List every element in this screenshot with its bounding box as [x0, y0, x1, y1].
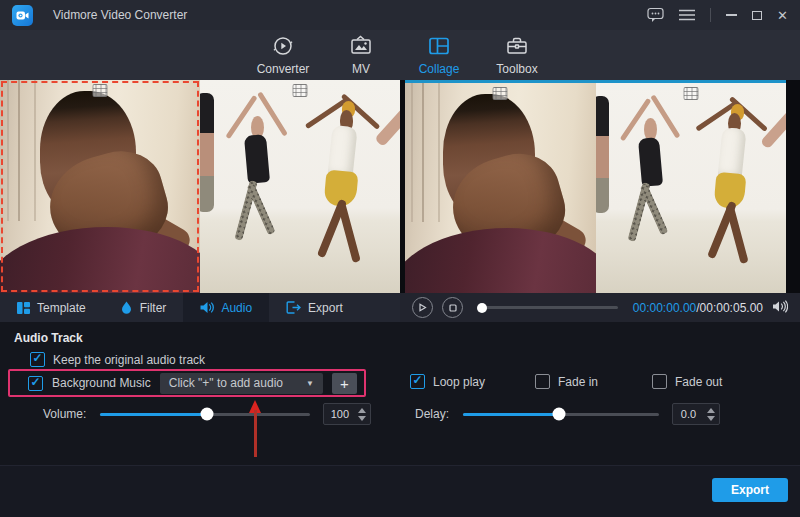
volume-label: Volume:: [43, 407, 86, 421]
playback-slider[interactable]: [478, 306, 618, 309]
export-icon: [286, 301, 301, 314]
audio-track-panel: Audio Track ✓ Keep the original audio tr…: [0, 322, 800, 465]
spinner-down-icon[interactable]: [707, 416, 715, 421]
loop-play-checkbox[interactable]: ✓: [410, 374, 425, 389]
subtab-label: Filter: [140, 301, 167, 315]
fade-in-label: Fade in: [558, 375, 598, 389]
keep-original-checkbox[interactable]: ✓: [30, 352, 45, 367]
fade-in-checkbox[interactable]: ✓: [535, 374, 550, 389]
volume-slider-knob[interactable]: [201, 408, 214, 421]
check-icon: ✓: [30, 376, 40, 388]
delay-slider[interactable]: [463, 413, 659, 416]
titlebar-divider: [710, 8, 711, 22]
spinner-up-icon[interactable]: [707, 408, 715, 413]
background-music-label: Background Music: [52, 376, 151, 390]
play-button[interactable]: [412, 297, 433, 318]
export-button[interactable]: Export: [712, 478, 788, 502]
tab-toolbox[interactable]: Toolbox: [478, 30, 556, 80]
spinner-up-icon[interactable]: [358, 408, 366, 413]
current-time: 00:00:00.00: [633, 301, 696, 315]
swap-icon[interactable]: [683, 87, 698, 100]
delay-slider-knob[interactable]: [553, 408, 566, 421]
collage-preview[interactable]: [405, 83, 786, 293]
subtab-filter[interactable]: Filter: [103, 293, 184, 322]
subtab-audio[interactable]: Audio: [183, 293, 269, 322]
subtab-label: Audio: [221, 301, 252, 315]
player-controls: 00:00:00.00/00:00:05.00: [400, 293, 800, 322]
dancer-figure: [620, 104, 677, 280]
fade-out-label: Fade out: [675, 375, 722, 389]
app-window: Vidmore Video Converter ✕ Converter: [0, 0, 800, 517]
preview-progress-strip: [405, 80, 786, 83]
preview-area: [0, 80, 800, 293]
add-audio-button[interactable]: +: [332, 373, 357, 394]
main-nav: Converter MV Collage Toolbox: [0, 30, 800, 80]
window-title: Vidmore Video Converter: [53, 8, 187, 22]
stop-button[interactable]: [442, 297, 463, 318]
tab-label: Collage: [419, 62, 460, 76]
collage-cell-man-video[interactable]: [0, 80, 200, 293]
collage-cell-dancers-video[interactable]: [200, 80, 400, 293]
subtab-label: Export: [308, 301, 343, 315]
tab-mv[interactable]: MV: [322, 30, 400, 80]
collage-editor[interactable]: [0, 80, 400, 293]
check-icon: ✓: [412, 374, 422, 386]
delay-value: 0.0: [673, 408, 704, 420]
converter-icon: [271, 34, 295, 58]
collage-cell-dancers-video[interactable]: [596, 83, 787, 293]
app-logo-icon: [12, 5, 33, 26]
mv-icon: [349, 34, 373, 58]
annotation-arrow: [249, 400, 261, 457]
fade-out-checkbox[interactable]: ✓: [652, 374, 667, 389]
background-music-checkbox[interactable]: ✓: [28, 376, 43, 391]
subtab-template[interactable]: Template: [0, 293, 103, 322]
tab-label: MV: [352, 62, 370, 76]
delay-spinner: 0.0: [672, 403, 720, 425]
collage-editor-slot: [0, 80, 400, 293]
dancer-figure: [226, 101, 286, 280]
volume-icon[interactable]: [772, 299, 788, 317]
dropdown-placeholder: Click "+" to add audio: [169, 376, 283, 390]
swap-icon[interactable]: [293, 84, 308, 97]
dancer-figure: [691, 94, 763, 287]
spinner-down-icon[interactable]: [358, 416, 366, 421]
tab-label: Toolbox: [496, 62, 537, 76]
titlebar: Vidmore Video Converter ✕: [0, 0, 800, 30]
audio-icon: [200, 301, 214, 314]
maximize-button[interactable]: [752, 11, 762, 20]
tab-collage[interactable]: Collage: [400, 30, 478, 80]
tab-converter[interactable]: Converter: [244, 30, 322, 80]
subtab-label: Template: [37, 301, 86, 315]
collage-toolbar: Template Filter Audio Export: [0, 293, 400, 322]
check-icon: ✓: [32, 352, 42, 364]
close-button[interactable]: ✕: [777, 9, 788, 22]
add-audio-dropdown[interactable]: Click "+" to add audio ▼: [160, 373, 323, 394]
feedback-icon[interactable]: [647, 7, 664, 23]
filter-icon: [120, 301, 133, 314]
selection-frame: [1, 81, 199, 292]
collage-preview-slot: [405, 83, 786, 293]
template-icon: [17, 302, 30, 314]
section-title: Audio Track: [14, 331, 83, 345]
chevron-down-icon: ▼: [306, 379, 314, 388]
playback-slider-knob[interactable]: [477, 303, 487, 313]
toolbox-icon: [505, 34, 529, 58]
volume-spinner: 100: [323, 403, 371, 425]
volume-value: 100: [324, 408, 355, 420]
keep-original-label: Keep the original audio track: [53, 353, 205, 367]
subtab-export[interactable]: Export: [269, 293, 360, 322]
time-display: 00:00:00.00/00:00:05.00: [633, 301, 763, 315]
tab-label: Converter: [257, 62, 310, 76]
volume-slider[interactable]: [100, 413, 310, 416]
dancer-figure: [300, 91, 376, 287]
collage-cell-man-video[interactable]: [405, 83, 596, 293]
menu-icon[interactable]: [679, 9, 695, 21]
minimize-button[interactable]: [726, 14, 737, 16]
highlight-box: ✓ Background Music Click "+" to add audi…: [8, 369, 366, 397]
collage-icon: [427, 34, 451, 58]
bottom-bar: Export: [0, 465, 800, 517]
swap-icon[interactable]: [493, 87, 508, 100]
delay-label: Delay:: [415, 407, 449, 421]
total-time: 00:00:05.00: [700, 301, 763, 315]
output-preview: [405, 80, 786, 293]
